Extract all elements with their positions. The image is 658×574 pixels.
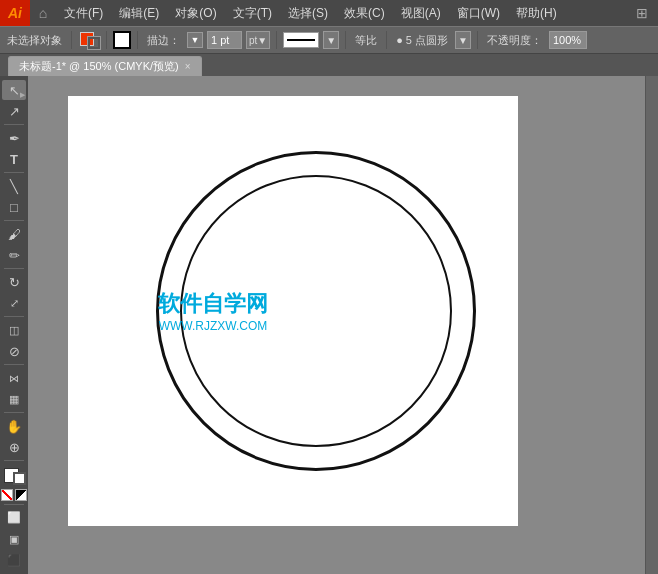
blend-icon: ⋈ <box>9 373 19 384</box>
opacity-input[interactable] <box>549 31 587 49</box>
eyedropper-icon: ⊘ <box>9 344 20 359</box>
stroke-swatch[interactable] <box>13 472 26 485</box>
select-icon: ↖ <box>9 83 20 98</box>
app-logo[interactable]: Ai <box>0 0 30 26</box>
tool-separator-4 <box>4 268 24 269</box>
tool-separator-5 <box>4 316 24 317</box>
type-tool-button[interactable]: T <box>2 149 26 169</box>
document-tab[interactable]: 未标题-1* @ 150% (CMYK/预览) × <box>8 56 202 76</box>
toolbar-separator-4 <box>276 31 277 49</box>
inner-circle <box>180 175 452 447</box>
stroke-value-input[interactable] <box>207 31 242 49</box>
tab-close-button[interactable]: × <box>185 61 191 72</box>
paintbrush-tool-button[interactable]: 🖌 <box>2 224 26 244</box>
zoom-icon: ⊕ <box>9 440 20 455</box>
toolbar-separator-7 <box>477 31 478 49</box>
tool-separator-3 <box>4 220 24 221</box>
menu-right: ⊞ <box>632 3 658 23</box>
zoom-tool-button[interactable]: ⊕ <box>2 437 26 457</box>
menu-items: 文件(F) 编辑(E) 对象(O) 文字(T) 选择(S) 效果(C) 视图(A… <box>56 0 632 26</box>
left-toolbar: ↖ ▶ ↗ ✒ T ╲ □ 🖌 ✏ ↻ ⤢ <box>0 76 28 574</box>
circles-container <box>156 151 476 471</box>
rotate-tool-button[interactable]: ↻ <box>2 272 26 292</box>
paintbrush-icon: 🖌 <box>8 227 21 242</box>
tab-bar: 未标题-1* @ 150% (CMYK/预览) × <box>0 54 658 76</box>
menu-window[interactable]: 窗口(W) <box>449 0 508 26</box>
stroke-style-select[interactable]: ▼ <box>323 31 339 49</box>
screen-mode-2-icon: ▣ <box>9 533 19 546</box>
direct-select-icon: ↗ <box>9 104 20 119</box>
scale-tool-button[interactable]: ⤢ <box>2 293 26 313</box>
swatch-extras <box>1 489 27 501</box>
tool-separator-9 <box>4 504 24 505</box>
chart-tool-button[interactable]: ▦ <box>2 389 26 409</box>
tool-separator-6 <box>4 364 24 365</box>
tool-expand-icon: ▶ <box>20 91 25 99</box>
artboard: 软件自学网 WWW.RJZXW.COM <box>68 96 518 526</box>
toolbar-separator-6 <box>386 31 387 49</box>
stroke-style-preview[interactable] <box>283 32 319 48</box>
hand-tool-button[interactable]: ✋ <box>2 416 26 436</box>
line-tool-button[interactable]: ╲ <box>2 176 26 196</box>
direct-select-tool-button[interactable]: ↗ <box>2 101 26 121</box>
canvas-area[interactable]: 软件自学网 WWW.RJZXW.COM <box>28 76 658 574</box>
chart-icon: ▦ <box>9 393 19 406</box>
toolbar-separator-3 <box>137 31 138 49</box>
tool-separator-2 <box>4 172 24 173</box>
menu-edit[interactable]: 编辑(E) <box>111 0 167 26</box>
screen-mode-icon: ⬜ <box>7 511 21 524</box>
opacity-label: 不透明度： <box>484 33 545 48</box>
gradient-icon: ◫ <box>9 324 19 337</box>
menu-object[interactable]: 对象(O) <box>167 0 224 26</box>
tool-separator-8 <box>4 460 24 461</box>
stroke-color-swatch[interactable] <box>113 31 131 49</box>
screen-mode-3-icon: ⬛ <box>7 554 21 567</box>
stroke-options-button[interactable]: ▼ <box>187 32 203 48</box>
menu-help[interactable]: 帮助(H) <box>508 0 565 26</box>
toolbar-separator-1 <box>71 31 72 49</box>
toolbar-separator-5 <box>345 31 346 49</box>
menu-bar: Ai ⌂ 文件(F) 编辑(E) 对象(O) 文字(T) 选择(S) 效果(C)… <box>0 0 658 26</box>
eyedropper-tool-button[interactable]: ⊘ <box>2 341 26 361</box>
tool-separator-7 <box>4 412 24 413</box>
scale-icon: ⤢ <box>10 297 19 310</box>
home-button[interactable]: ⌂ <box>30 0 56 26</box>
both-swatch[interactable] <box>15 489 27 501</box>
main-area: ↖ ▶ ↗ ✒ T ╲ □ 🖌 ✏ ↻ ⤢ <box>0 76 658 574</box>
screen-mode-button[interactable]: ⬜ <box>2 508 26 528</box>
tool-separator-1 <box>4 124 24 125</box>
tab-title: 未标题-1* @ 150% (CMYK/预览) <box>19 59 179 74</box>
gradient-tool-button[interactable]: ◫ <box>2 320 26 340</box>
brush-label: ● 5 点圆形 <box>393 33 451 48</box>
screen-mode-3-button[interactable]: ⬛ <box>2 550 26 570</box>
line-icon: ╲ <box>10 179 18 194</box>
menu-file[interactable]: 文件(F) <box>56 0 111 26</box>
rectangle-icon: □ <box>10 200 18 215</box>
no-selection-label: 未选择对象 <box>4 33 65 48</box>
stroke-unit-select[interactable]: pt▼ <box>246 31 270 49</box>
grid-view-button[interactable]: ⊞ <box>632 3 652 23</box>
menu-view[interactable]: 视图(A) <box>393 0 449 26</box>
none-swatch[interactable] <box>1 489 13 501</box>
pen-icon: ✒ <box>9 131 20 146</box>
toolbar-separator-2 <box>106 31 107 49</box>
screen-mode-2-button[interactable]: ▣ <box>2 529 26 549</box>
pencil-tool-button[interactable]: ✏ <box>2 245 26 265</box>
rotate-icon: ↻ <box>9 275 20 290</box>
pen-tool-button[interactable]: ✒ <box>2 128 26 148</box>
stroke-label: 描边： <box>144 33 183 48</box>
menu-type[interactable]: 文字(T) <box>225 0 280 26</box>
menu-select[interactable]: 选择(S) <box>280 0 336 26</box>
rectangle-tool-button[interactable]: □ <box>2 197 26 217</box>
toolbar: 未选择对象 描边： ▼ pt▼ ▼ 等比 ● 5 点圆形 ▼ 不透明度： <box>0 26 658 54</box>
pencil-icon: ✏ <box>9 248 20 263</box>
type-icon: T <box>10 152 18 167</box>
blend-tool-button[interactable]: ⋈ <box>2 368 26 388</box>
fill-color-swatch[interactable] <box>78 30 100 50</box>
color-swatches[interactable] <box>2 466 26 486</box>
brush-select[interactable]: ▼ <box>455 31 471 49</box>
menu-effect[interactable]: 效果(C) <box>336 0 393 26</box>
select-tool-button[interactable]: ↖ ▶ <box>2 80 26 100</box>
hand-icon: ✋ <box>6 419 22 434</box>
equal-label: 等比 <box>352 33 380 48</box>
